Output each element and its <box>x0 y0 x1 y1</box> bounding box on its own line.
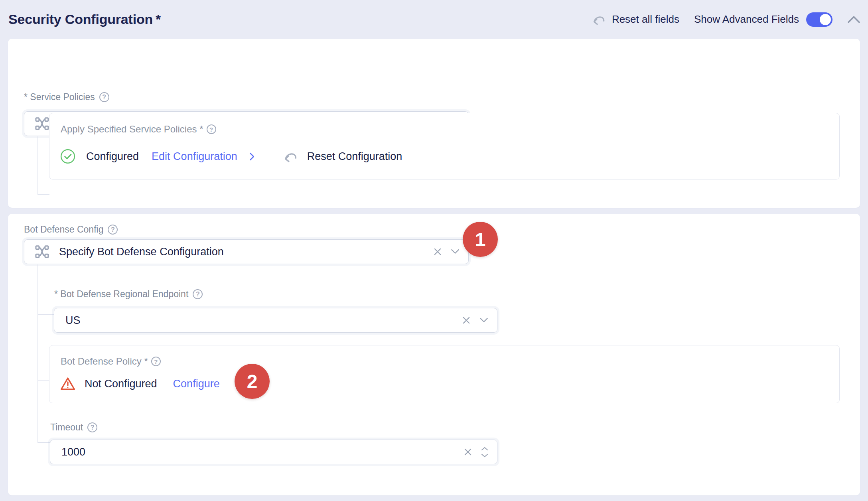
tree-connector-line <box>37 194 49 195</box>
regional-endpoint-value: US <box>65 314 81 327</box>
chevron-down-icon[interactable] <box>479 318 488 323</box>
nested-label: Apply Specified Service Policies * <box>61 124 203 135</box>
select-controls <box>433 247 460 256</box>
regional-endpoint-label: * Bot Defense Regional Endpoint <box>54 289 188 300</box>
callout-badge-1: 1 <box>463 222 498 257</box>
chevron-right-icon[interactable] <box>249 152 254 161</box>
chevron-up-icon <box>848 16 860 24</box>
bot-defense-config-value: Specify Bot Defense Configuration <box>59 246 224 258</box>
help-icon[interactable]: ? <box>193 289 203 299</box>
service-policies-card: * Service Policies ? Apply Specified Ser… <box>8 39 860 208</box>
nested-label-row: Apply Specified Service Policies * ? <box>61 124 216 135</box>
collapse-section-button[interactable] <box>848 16 860 24</box>
number-input-controls <box>464 447 488 458</box>
undo-icon <box>592 13 606 26</box>
timeout-label-row: Timeout ? <box>50 422 97 433</box>
show-advanced-fields-toggle[interactable] <box>806 12 832 27</box>
service-policies-label: * Service Policies <box>24 92 95 103</box>
callout-badge-2: 2 <box>235 364 270 399</box>
help-icon[interactable]: ? <box>151 357 161 366</box>
toggle-knob <box>820 14 831 25</box>
timeout-input-wrapper <box>50 440 497 464</box>
reset-all-fields-button[interactable]: Reset all fields <box>592 13 679 26</box>
clear-icon[interactable] <box>433 247 442 256</box>
policy-label-row: Bot Defense Policy * ? <box>61 356 161 367</box>
warning-triangle-icon <box>60 377 76 391</box>
help-icon[interactable]: ? <box>99 92 109 102</box>
regional-endpoint-label-row: * Bot Defense Regional Endpoint ? <box>54 289 203 300</box>
status-text: Not Configured <box>85 378 157 390</box>
callout-number: 1 <box>475 229 486 250</box>
workflow-icon <box>34 116 49 131</box>
bot-defense-config-select[interactable]: Specify Bot Defense Configuration <box>24 239 469 264</box>
bot-defense-config-label: Bot Defense Config <box>24 224 103 235</box>
policy-label: Bot Defense Policy * <box>61 356 148 367</box>
edit-configuration-link[interactable]: Edit Configuration <box>152 150 237 163</box>
page-title: Security Configuration * <box>8 12 161 27</box>
bot-defense-config-label-row: Bot Defense Config ? <box>24 224 118 235</box>
select-controls <box>462 316 488 325</box>
callout-number: 2 <box>247 371 258 393</box>
chevron-down-icon[interactable] <box>451 249 460 254</box>
tree-connector-line <box>37 314 54 315</box>
not-configured-status-row: Not Configured Configure <box>60 374 220 393</box>
timeout-label: Timeout <box>50 422 83 433</box>
timeout-input[interactable] <box>61 446 404 458</box>
regional-endpoint-select[interactable]: US <box>54 308 497 333</box>
configure-link[interactable]: Configure <box>173 378 220 390</box>
tree-connector-line <box>37 442 50 443</box>
page-title-text: Security Configuration <box>8 12 153 27</box>
tree-connector-line <box>37 136 38 195</box>
help-icon[interactable]: ? <box>87 422 97 432</box>
section-header: Security Configuration * Reset all field… <box>8 0 860 39</box>
show-advanced-fields-label: Show Advanced Fields <box>694 13 799 26</box>
bot-defense-card: Bot Defense Config ? Specify Bot Defense… <box>8 214 860 495</box>
clear-icon[interactable] <box>462 316 471 325</box>
tree-connector-line <box>37 264 38 443</box>
workflow-icon <box>34 244 49 259</box>
help-icon[interactable]: ? <box>108 225 118 235</box>
number-stepper <box>481 447 488 458</box>
service-policies-nested-panel: Apply Specified Service Policies * ? Con… <box>49 113 840 179</box>
bot-defense-policy-panel: Bot Defense Policy * ? Not Configured Co… <box>49 345 840 403</box>
help-icon[interactable]: ? <box>207 124 216 134</box>
service-policies-label-row: * Service Policies ? <box>24 92 109 103</box>
configured-status-row: Configured Edit Configuration Reset Conf… <box>60 147 402 166</box>
reset-configuration-button[interactable]: Reset Configuration <box>307 150 402 163</box>
tree-connector-line <box>37 380 49 381</box>
stepper-up-icon[interactable] <box>481 447 488 451</box>
reset-all-fields-label: Reset all fields <box>612 13 679 26</box>
required-mark: * <box>156 12 161 27</box>
clear-icon[interactable] <box>464 448 472 456</box>
security-configuration-page: Security Configuration * Reset all field… <box>0 0 868 501</box>
success-check-icon <box>60 148 76 164</box>
undo-icon <box>283 150 298 163</box>
status-text: Configured <box>86 150 139 163</box>
show-advanced-fields-control: Show Advanced Fields <box>694 13 799 26</box>
stepper-down-icon[interactable] <box>481 454 488 458</box>
